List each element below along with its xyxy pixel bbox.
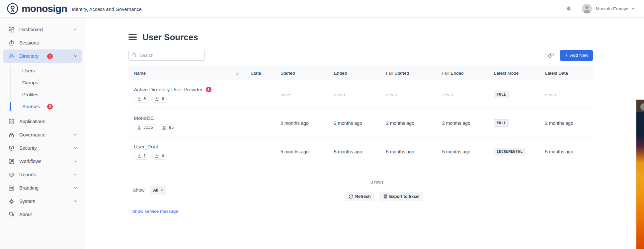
main-content: User Sources + Add New xyxy=(85,18,644,249)
group-count-pill[interactable]: 0 xyxy=(151,96,167,103)
started-value: never xyxy=(281,93,292,97)
lock-icon xyxy=(8,132,15,138)
sidebar-item-sessions[interactable]: Sessions xyxy=(0,36,85,49)
sidebar: Dashboard Sessions Directory 1 Users xyxy=(0,18,85,249)
refresh-button[interactable]: Refresh xyxy=(345,192,374,201)
sidebar-item-about[interactable]: About xyxy=(0,208,85,221)
column-state[interactable]: State xyxy=(251,71,281,76)
sidebar-item-reports[interactable]: Reports xyxy=(0,168,85,181)
plus-icon: + xyxy=(565,52,568,58)
sidebar-item-groups[interactable]: Groups xyxy=(0,77,85,89)
full-started-value: 5 months ago xyxy=(386,149,414,154)
shield-icon xyxy=(8,145,15,151)
group-count-pill[interactable]: 0 xyxy=(151,153,167,160)
chevron-down-icon xyxy=(73,54,77,58)
latest-data-value: 5 months ago xyxy=(545,149,573,154)
sidebar-item-directory[interactable]: Directory 1 xyxy=(3,49,82,63)
table-row[interactable]: Active Directory User Provider 3 0 0 xyxy=(128,80,593,109)
source-name[interactable]: Active Directory User Provider xyxy=(134,87,203,93)
users-icon xyxy=(162,125,167,130)
row-count-summary: 3 rows xyxy=(327,180,427,185)
user-icon xyxy=(137,97,141,101)
ended-value: never xyxy=(334,93,346,97)
caret-down-icon xyxy=(161,190,163,191)
sidebar-item-users[interactable]: Users xyxy=(0,65,85,77)
chevron-down-icon xyxy=(73,133,77,137)
chevron-down-icon xyxy=(73,28,77,32)
users-icon xyxy=(155,154,160,158)
started-value: 2 months ago xyxy=(281,121,309,126)
export-to-excel-button[interactable]: Export to Excel xyxy=(379,192,423,201)
gear-icon xyxy=(8,198,15,205)
page-size-dropdown[interactable]: All xyxy=(150,186,166,195)
sidebar-item-applications[interactable]: Applications xyxy=(0,115,85,128)
table-row[interactable]: User_Pool 1 0 xyxy=(128,137,593,166)
table-footer: 3 rows Show All Refresh Export to Excel … xyxy=(128,178,593,234)
user-count-pill[interactable]: 0 xyxy=(134,96,149,103)
sessions-icon xyxy=(8,40,15,46)
latest-data-value: never xyxy=(545,93,557,97)
chevron-down-icon xyxy=(73,186,77,190)
source-name[interactable]: MonoDC xyxy=(134,115,154,121)
filter-icon[interactable] xyxy=(235,70,241,76)
sidebar-item-sources[interactable]: Sources 2 xyxy=(0,101,85,113)
latest-mode-badge: INCREMENTAL xyxy=(494,148,525,155)
refresh-icon xyxy=(349,194,353,199)
link-icon[interactable] xyxy=(547,51,555,59)
latest-mode-badge: FULL xyxy=(494,119,509,127)
chevron-down-icon xyxy=(73,159,77,163)
sources-count-badge: 2 xyxy=(47,104,53,110)
user-avatar[interactable] xyxy=(582,4,592,14)
sidebar-item-system[interactable]: System xyxy=(0,195,85,208)
sidebar-item-security[interactable]: Security xyxy=(0,141,85,155)
chevron-down-icon[interactable] xyxy=(631,6,636,11)
excel-file-icon xyxy=(383,194,387,199)
sidebar-item-branding[interactable]: Branding xyxy=(0,181,85,195)
table-row[interactable]: MonoDC 3135 85 xyxy=(128,109,593,137)
user-icon xyxy=(137,154,141,158)
sidebar-item-dashboard[interactable]: Dashboard xyxy=(0,23,85,36)
sidebar-item-workflows[interactable]: Workflows xyxy=(0,155,85,168)
search-icon xyxy=(132,52,137,58)
strip-gradient xyxy=(636,112,644,249)
notifications-bell-icon[interactable] xyxy=(566,5,572,12)
column-latest-mode[interactable]: Latest Mode xyxy=(494,71,545,76)
column-ended[interactable]: Ended xyxy=(334,71,386,76)
column-latest-data[interactable]: Latest Data xyxy=(545,71,593,76)
user-name[interactable]: Mustafa Ermaya xyxy=(596,6,628,11)
directory-count-badge: 1 xyxy=(47,53,53,59)
sidebar-item-profiles[interactable]: Profiles xyxy=(0,89,85,101)
source-name[interactable]: User_Pool xyxy=(134,144,158,150)
dashboard-icon xyxy=(8,27,15,33)
full-started-value: 2 months ago xyxy=(386,121,414,126)
directory-submenu: Users Groups Profiles Sources 2 xyxy=(0,65,85,113)
group-count-pill[interactable]: 85 xyxy=(159,124,177,131)
started-value: 5 months ago xyxy=(281,149,309,154)
user-count-pill[interactable]: 3135 xyxy=(134,124,156,131)
user-icon xyxy=(137,125,141,130)
column-started[interactable]: Started xyxy=(281,71,334,76)
user-count-pill[interactable]: 1 xyxy=(134,153,149,160)
latest-mode-badge: FULL xyxy=(494,91,509,98)
menu-icon[interactable] xyxy=(128,34,137,41)
show-service-message-link[interactable]: Show service message xyxy=(132,209,178,214)
sidebar-item-governance[interactable]: Governance xyxy=(0,128,85,141)
ended-value: 5 months ago xyxy=(334,149,362,154)
brand[interactable]: monosign xyxy=(7,3,67,15)
column-name[interactable]: Name xyxy=(134,71,146,76)
topbar: monosign Identity, Access and Governance… xyxy=(0,0,644,18)
full-started-value: never xyxy=(386,93,398,97)
column-full-ended[interactable]: Full Ended xyxy=(442,71,494,76)
latest-data-value: 2 months ago xyxy=(545,121,573,126)
column-full-started[interactable]: Full Started xyxy=(386,71,442,76)
add-new-button[interactable]: + Add New xyxy=(560,50,593,61)
workflows-icon xyxy=(8,158,15,165)
reports-icon xyxy=(8,172,15,178)
full-ended-value: 5 months ago xyxy=(442,149,470,154)
right-edge-strip xyxy=(636,100,644,249)
users-icon xyxy=(155,97,160,101)
show-label: Show xyxy=(133,188,144,193)
logo-icon xyxy=(7,3,19,15)
chat-bubbles-icon xyxy=(8,211,15,218)
search-input[interactable] xyxy=(128,50,205,61)
